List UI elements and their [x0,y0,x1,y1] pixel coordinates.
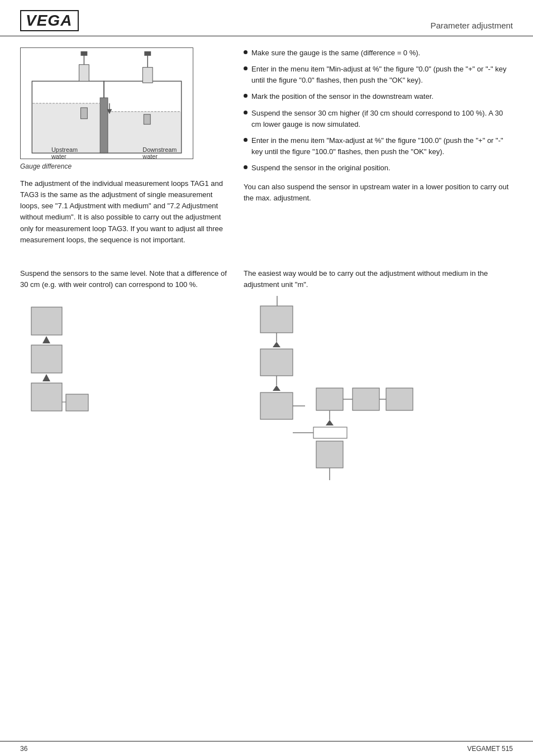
bullet-text: Mark the position of the sensor in the d… [251,91,434,102]
svg-rect-39 [386,388,413,410]
vega-logo: VEGA [20,10,79,31]
right-column: Make sure the gauge is the same (differe… [244,47,513,251]
bullet-item: Make sure the gauge is the same (differe… [244,47,513,59]
svg-rect-20 [31,307,62,335]
bullet-list: Make sure the gauge is the same (differe… [244,47,513,174]
svg-rect-46 [316,441,343,468]
svg-marker-33 [273,385,280,391]
gauge-caption: Gauge difference [20,162,227,170]
main-content: Upstream water Downstream water Gauge di… [0,36,533,262]
svg-text:Upstream: Upstream [51,146,78,153]
bullet-text: Suspend the sensor 30 cm higher (if 30 c… [251,108,513,130]
left-column: Upstream water Downstream water Gauge di… [20,47,227,251]
svg-marker-43 [326,420,334,425]
bullet-item: Suspend the sensor 30 cm higher (if 30 c… [244,108,513,130]
svg-rect-9 [142,68,153,83]
product-name: VEGAMET 515 [467,745,513,753]
svg-rect-31 [260,349,293,376]
bullet-dot [244,165,248,169]
page-number: 36 [20,745,27,753]
svg-text:water: water [142,153,158,159]
svg-text:water: water [51,153,66,159]
svg-rect-37 [316,388,343,410]
bottom-left: Suspend the sensors to the same level. N… [20,268,227,486]
svg-rect-24 [31,383,62,411]
bottom-left-text: Suspend the sensors to the same level. N… [20,268,227,290]
right-middle-text: You can also suspend the sensor in upstr… [244,181,513,204]
svg-rect-22 [31,345,62,373]
bullet-item: Mark the position of the sensor in the d… [244,91,513,102]
svg-marker-21 [42,336,50,343]
bullet-item: Suspend the sensor in the original posit… [244,162,513,174]
bullet-item: Enter in the menu item "Max-adjust at %"… [244,135,513,157]
svg-rect-5 [79,65,89,82]
svg-text:Downstream: Downstream [142,146,177,153]
gauge-diagram: Upstream water Downstream water [20,47,193,159]
bullet-text: Suspend the sensor in the original posit… [251,162,391,174]
sensor-diagram-large [244,296,422,486]
bullet-dot [244,50,248,54]
svg-rect-11 [144,51,151,56]
page-footer: 36 VEGAMET 515 [0,741,533,756]
bullet-dot [244,66,248,70]
svg-rect-38 [353,388,379,410]
bullet-text: Enter in the menu item "Max-adjust at %"… [251,135,513,157]
svg-rect-44 [313,427,347,438]
svg-marker-23 [42,374,50,381]
svg-rect-4 [100,98,108,153]
svg-rect-1 [32,103,103,152]
header-title: Parameter adjustment [430,21,513,31]
bullet-dot [244,94,248,98]
svg-rect-8 [80,108,87,119]
svg-rect-12 [144,114,150,125]
bottom-right-text: The easiest way would be to carry out th… [244,268,513,290]
sensor-diagram-small [20,302,110,436]
svg-rect-34 [260,393,293,419]
page-header: VEGA Parameter adjustment [0,0,533,36]
bottom-section: Suspend the sensors to the same level. N… [0,262,533,497]
bullet-text: Make sure the gauge is the same (differe… [251,47,420,59]
bullet-dot [244,111,248,114]
left-body-text: The adjustment of the individual measure… [20,178,227,246]
bottom-right: The easiest way would be to carry out th… [244,268,513,486]
svg-rect-25 [66,394,88,411]
svg-rect-28 [260,306,293,333]
bullet-text: Enter in the menu item "Min-adjust at %"… [251,64,513,86]
svg-marker-30 [273,342,280,347]
bullet-item: Enter in the menu item "Min-adjust at %"… [244,64,513,86]
svg-rect-7 [80,51,87,56]
bullet-dot [244,138,248,142]
